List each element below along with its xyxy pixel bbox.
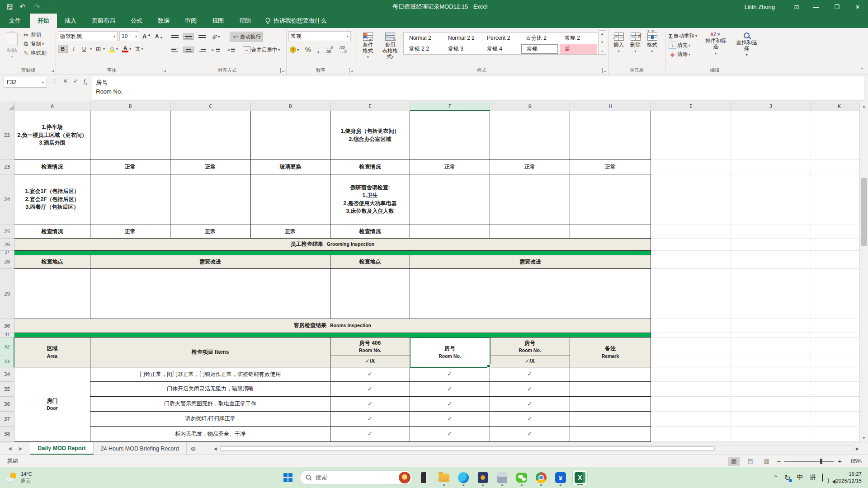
- cell-H38[interactable]: [570, 427, 651, 442]
- cell-G25[interactable]: [490, 225, 570, 239]
- cell-B32[interactable]: 检查项目 Items: [90, 338, 330, 367]
- cell-J26[interactable]: [731, 239, 811, 251]
- app-icon-mail[interactable]: [475, 470, 491, 485]
- cell-I36[interactable]: [651, 397, 731, 412]
- tab-data[interactable]: 数据: [150, 14, 177, 28]
- row-header-26[interactable]: 26: [0, 239, 14, 251]
- cell-I37[interactable]: [651, 412, 731, 427]
- number-dialog-launcher-icon[interactable]: [349, 68, 354, 73]
- start-button[interactable]: [280, 470, 296, 485]
- select-all-corner[interactable]: [0, 102, 14, 111]
- clear-button[interactable]: ◆清除▾: [667, 50, 698, 59]
- tray-chevron-icon[interactable]: ⌃: [774, 474, 778, 481]
- restore-button[interactable]: ❐: [826, 0, 847, 14]
- cell-A27[interactable]: [14, 251, 651, 255]
- cell-I24[interactable]: [651, 174, 731, 225]
- tray-sync-icon[interactable]: ↻: [784, 474, 790, 482]
- format-as-table-button[interactable]: ✎ 套用表格格式▾: [379, 30, 401, 62]
- cell-G37[interactable]: ✓: [490, 412, 570, 427]
- cell-I30[interactable]: [651, 319, 731, 333]
- cell-I26[interactable]: [651, 239, 731, 251]
- increase-font-icon[interactable]: A▲: [141, 31, 152, 41]
- tab-file[interactable]: 文件: [0, 14, 30, 28]
- sheet-tab-24h-briefing[interactable]: 24 Hours MOD Briefing Record: [94, 442, 187, 455]
- zoom-slider-thumb[interactable]: [820, 459, 822, 464]
- font-size-combo[interactable]: 10▾: [119, 31, 139, 41]
- cell-E32[interactable]: 房号 406Room No.: [330, 338, 410, 356]
- clock[interactable]: 16:27 2025/12/15: [835, 471, 862, 484]
- horizontal-scrollbar[interactable]: ◀ ▶: [214, 444, 859, 453]
- insert-cells-button[interactable]: ← 插入▾: [610, 30, 627, 56]
- cell-B38[interactable]: 柜内无毛发，物品齐全、干净: [90, 427, 330, 442]
- find-select-button[interactable]: 查找和选择▾: [731, 30, 762, 60]
- cell-A31[interactable]: [14, 333, 651, 338]
- style-item[interactable]: Normal 2 2: [443, 33, 481, 43]
- delete-cells-button[interactable]: ✕ 删除▾: [627, 30, 644, 56]
- fill-button[interactable]: ↓填充▾: [667, 41, 698, 50]
- sheet-tab-daily-mod-report[interactable]: Daily MOD Report: [30, 442, 93, 455]
- cell-E34[interactable]: ✓: [330, 367, 410, 382]
- cell-F37[interactable]: ✓: [410, 412, 490, 427]
- cell-I32[interactable]: [651, 338, 731, 356]
- percent-style-icon[interactable]: %: [304, 45, 312, 54]
- comma-style-icon[interactable]: ,: [316, 45, 320, 55]
- styles-dialog-launcher-icon[interactable]: [602, 68, 607, 73]
- horizontal-scroll-thumb[interactable]: [220, 446, 715, 450]
- style-item[interactable]: 常规 2 2: [405, 44, 442, 54]
- cell-J34[interactable]: [731, 367, 811, 382]
- cell-G33[interactable]: ✓/X: [490, 356, 570, 367]
- tell-me-box[interactable]: 告诉我你想要做什么: [259, 14, 333, 28]
- increase-decimal-icon[interactable]: ←.0.00: [324, 45, 335, 55]
- cell-J37[interactable]: [731, 412, 811, 427]
- cell-G38[interactable]: ✓: [490, 427, 570, 442]
- ime-mode-indicator[interactable]: 拼: [809, 474, 816, 482]
- row-header-29[interactable]: 29: [0, 269, 14, 319]
- cell-J33[interactable]: [731, 356, 811, 367]
- cell-G24[interactable]: [490, 174, 570, 225]
- tab-insert[interactable]: 插入: [57, 14, 84, 28]
- scroll-down-icon[interactable]: ▼: [860, 434, 868, 442]
- row-header-35[interactable]: 35: [0, 382, 14, 397]
- style-item[interactable]: Percent 2: [482, 33, 519, 43]
- sheet-nav-right-icon[interactable]: ▶: [19, 446, 23, 451]
- cell-E33[interactable]: ✓/X: [330, 356, 410, 367]
- cell-B23[interactable]: 正常: [90, 160, 170, 174]
- cell-I35[interactable]: [651, 382, 731, 397]
- cell-I25[interactable]: [651, 225, 731, 239]
- cell-F23[interactable]: 正常: [410, 160, 490, 174]
- close-button[interactable]: ✕: [847, 0, 868, 14]
- format-cells-button[interactable]: ⇤⇥ 格式▾: [644, 30, 660, 56]
- style-item[interactable]: 常规 4: [482, 44, 519, 54]
- cell-E28[interactable]: 检查地点: [330, 255, 410, 269]
- column-header-F[interactable]: F: [410, 102, 490, 111]
- row-header-28[interactable]: 28: [0, 255, 14, 269]
- confirm-entry-icon[interactable]: ✓: [73, 78, 78, 84]
- column-header-H[interactable]: H: [570, 102, 651, 111]
- cell-J28[interactable]: [731, 255, 811, 269]
- style-item-bad[interactable]: 差: [560, 44, 597, 54]
- vertical-scroll-thumb[interactable]: [861, 178, 867, 246]
- bold-button[interactable]: B: [58, 45, 68, 53]
- name-box[interactable]: F32▾: [4, 77, 47, 88]
- orientation-icon[interactable]: ab▾: [210, 33, 221, 40]
- cell-H37[interactable]: [570, 412, 651, 427]
- increase-indent-icon[interactable]: ⇥: [225, 47, 236, 53]
- cell-E23[interactable]: 检查情况: [330, 160, 410, 174]
- align-center-icon[interactable]: [183, 47, 194, 53]
- cell-B36[interactable]: 门后火警示意图完好，取电盒正常工作: [90, 397, 330, 412]
- cell-F34[interactable]: ✓: [410, 367, 490, 382]
- column-header-E[interactable]: E: [330, 102, 410, 111]
- style-item-selected[interactable]: 常规: [521, 44, 558, 54]
- merge-center-button[interactable]: ↔合并后居中▾: [241, 45, 282, 54]
- wrap-text-button[interactable]: ↩自动换行: [230, 32, 263, 42]
- app-icon-tax[interactable]: ¥: [553, 470, 568, 485]
- cell-I31[interactable]: [651, 333, 731, 338]
- cell-B35[interactable]: 门体开启关闭灵活无阻力，猫眼清晰: [90, 382, 330, 397]
- column-header-C[interactable]: C: [170, 102, 251, 111]
- cell-A23[interactable]: 检查情况: [14, 160, 90, 174]
- column-header-B[interactable]: B: [90, 102, 170, 111]
- tab-page-layout[interactable]: 页面布局: [84, 14, 123, 28]
- column-header-J[interactable]: J: [731, 102, 811, 111]
- cell-J36[interactable]: [731, 397, 811, 412]
- cell-G32[interactable]: 房号Room No.: [490, 338, 570, 356]
